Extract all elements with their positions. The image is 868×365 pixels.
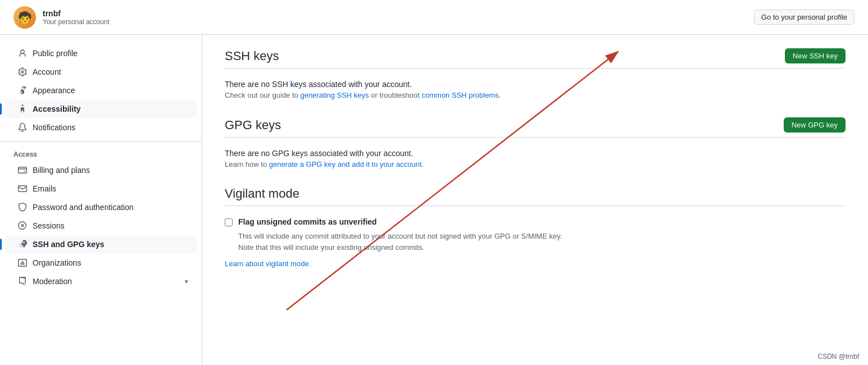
gpg-keys-title: GPG keys bbox=[225, 118, 281, 133]
sidebar-label-emails: Emails bbox=[33, 184, 56, 193]
topbar-left: 🧒 trnbf Your personal account bbox=[13, 6, 110, 29]
layout: Public profile Account Appearance Access… bbox=[0, 35, 868, 365]
ssh-help-suffix: . bbox=[499, 91, 501, 99]
vigilant-mode-section: Vigilant mode Flag unsigned commits as u… bbox=[225, 186, 846, 268]
ssh-help-middle: or troubleshoot bbox=[369, 91, 422, 99]
vigilant-mode-header: Vigilant mode bbox=[225, 186, 846, 201]
main-content: SSH keys New SSH key There are no SSH ke… bbox=[202, 35, 868, 365]
card-icon bbox=[18, 166, 27, 175]
avatar: 🧒 bbox=[13, 6, 36, 29]
sidebar-item-moderation[interactable]: Moderation ▾ bbox=[4, 272, 197, 290]
sidebar-label-accessibility: Accessibility bbox=[33, 104, 81, 113]
person-icon bbox=[18, 49, 27, 58]
go-to-profile-button[interactable]: Go to your personal profile bbox=[754, 10, 855, 25]
accessibility-icon bbox=[18, 104, 27, 113]
sidebar-item-ssh-gpg[interactable]: SSH and GPG keys bbox=[4, 235, 197, 253]
gpg-keys-header: GPG keys New GPG key bbox=[225, 117, 846, 133]
sidebar: Public profile Account Appearance Access… bbox=[0, 35, 202, 365]
sidebar-label-public-profile: Public profile bbox=[33, 49, 78, 58]
flag-commits-label: Flag unsigned commits as unverified bbox=[238, 217, 377, 226]
flag-commits-checkbox[interactable] bbox=[225, 218, 233, 226]
sidebar-item-sessions[interactable]: Sessions bbox=[4, 217, 197, 235]
sidebar-label-organizations: Organizations bbox=[33, 258, 81, 267]
sidebar-label-ssh-gpg: SSH and GPG keys bbox=[33, 240, 104, 249]
sidebar-label-notifications: Notifications bbox=[33, 123, 75, 132]
ssh-divider bbox=[225, 68, 846, 69]
vigilant-learn-text: Learn about vigilant mode. bbox=[225, 259, 846, 268]
vigilant-mode-title: Vigilant mode bbox=[225, 186, 299, 201]
sidebar-item-notifications[interactable]: Notifications bbox=[4, 118, 197, 136]
user-info: trnbf Your personal account bbox=[43, 9, 110, 26]
new-gpg-key-button[interactable]: New GPG key bbox=[784, 117, 846, 133]
sidebar-item-appearance[interactable]: Appearance bbox=[4, 81, 197, 99]
table-icon bbox=[18, 258, 27, 267]
sidebar-item-accessibility[interactable]: Accessibility bbox=[4, 100, 197, 118]
paintbrush-icon bbox=[18, 86, 27, 95]
ssh-keys-title: SSH keys bbox=[225, 49, 279, 63]
key-icon bbox=[18, 240, 27, 249]
gpg-help-prefix: Learn how to bbox=[225, 160, 269, 168]
ssh-guide-link[interactable]: generating SSH keys bbox=[300, 91, 369, 99]
sidebar-label-billing: Billing and plans bbox=[33, 166, 90, 175]
moderation-icon bbox=[18, 277, 27, 286]
topbar: 🧒 trnbf Your personal account Go to your… bbox=[0, 0, 868, 35]
vigilant-desc-line2: Note that this will include your existin… bbox=[238, 243, 425, 252]
sidebar-item-emails[interactable]: Emails bbox=[4, 180, 197, 198]
ssh-keys-header: SSH keys New SSH key bbox=[225, 48, 846, 63]
vigilant-learn-link[interactable]: Learn about vigilant mode. bbox=[225, 259, 311, 268]
shield-icon bbox=[18, 203, 27, 212]
gpg-help-text: Learn how to generate a GPG key and add … bbox=[225, 160, 846, 168]
gear-icon bbox=[18, 67, 27, 76]
ssh-help-text: Check out our guide to generating SSH ke… bbox=[225, 91, 846, 99]
mail-icon bbox=[18, 184, 27, 193]
vigilant-desc: This will include any commit attributed … bbox=[238, 231, 846, 253]
ssh-help-prefix: Check out our guide to bbox=[225, 91, 300, 99]
gpg-empty-text: There are no GPG keys associated with yo… bbox=[225, 149, 846, 158]
sidebar-access-label: Access bbox=[0, 146, 202, 161]
sidebar-item-account[interactable]: Account bbox=[4, 63, 197, 81]
gpg-keys-section: GPG keys New GPG key There are no GPG ke… bbox=[225, 117, 846, 168]
username: trnbf bbox=[43, 9, 110, 18]
ssh-empty-text: There are no SSH keys associated with yo… bbox=[225, 80, 846, 89]
user-subtitle: Your personal account bbox=[43, 18, 110, 26]
vigilant-divider bbox=[225, 206, 846, 206]
sidebar-label-sessions: Sessions bbox=[33, 221, 65, 230]
ssh-problems-link[interactable]: common SSH problems bbox=[422, 91, 499, 99]
gpg-guide-link[interactable]: generate a GPG key and add it to your ac… bbox=[269, 160, 422, 168]
gpg-divider bbox=[225, 137, 846, 138]
sidebar-item-public-profile[interactable]: Public profile bbox=[4, 44, 197, 62]
sidebar-label-account: Account bbox=[33, 67, 61, 76]
sidebar-label-appearance: Appearance bbox=[33, 86, 75, 95]
gpg-help-suffix: . bbox=[422, 160, 424, 168]
sidebar-label-moderation: Moderation bbox=[33, 277, 72, 286]
sidebar-item-organizations[interactable]: Organizations bbox=[4, 254, 197, 272]
sidebar-divider-1 bbox=[0, 141, 202, 142]
sidebar-item-password[interactable]: Password and authentication bbox=[4, 198, 197, 216]
footer-watermark: CSDN @trnbf bbox=[817, 353, 859, 361]
ssh-keys-section: SSH keys New SSH key There are no SSH ke… bbox=[225, 48, 846, 99]
vigilant-desc-line1: This will include any commit attributed … bbox=[238, 232, 562, 240]
bell-icon bbox=[18, 123, 27, 132]
sidebar-label-password: Password and authentication bbox=[33, 203, 134, 212]
sidebar-item-billing[interactable]: Billing and plans bbox=[4, 161, 197, 179]
broadcast-icon bbox=[18, 221, 27, 230]
flag-commits-row: Flag unsigned commits as unverified bbox=[225, 217, 846, 226]
chevron-down-icon: ▾ bbox=[185, 278, 188, 285]
new-ssh-key-button[interactable]: New SSH key bbox=[785, 48, 846, 63]
